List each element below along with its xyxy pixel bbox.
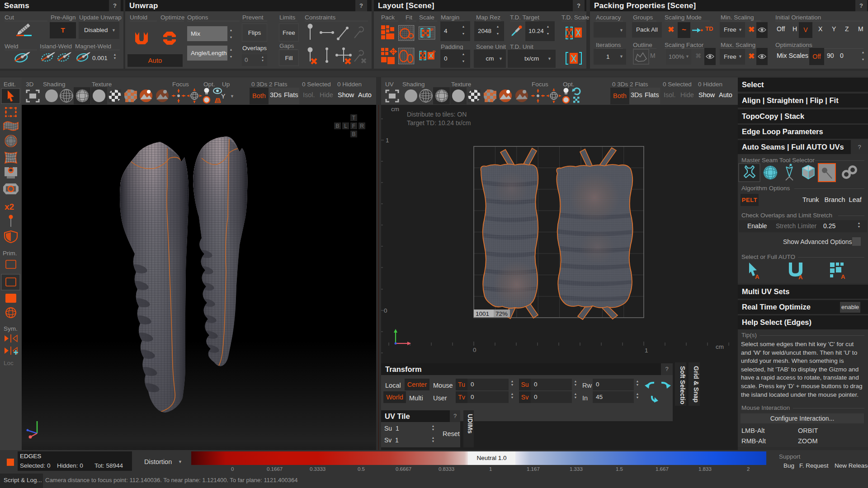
- svg-text:0: 0: [384, 307, 387, 314]
- svg-text:Prim.: Prim.: [3, 250, 17, 257]
- svg-text:B: B: [335, 123, 339, 129]
- svg-text:Edit.: Edit.: [4, 81, 16, 88]
- svg-text:Loc: Loc: [4, 360, 14, 366]
- svg-text:cm: cm: [716, 343, 724, 350]
- svg-text:B: B: [352, 131, 355, 137]
- svg-text:A: A: [798, 274, 803, 280]
- svg-text:T: T: [352, 115, 356, 121]
- svg-text:72%: 72%: [495, 310, 508, 317]
- svg-text:1001: 1001: [476, 310, 489, 317]
- svg-text:cm: cm: [391, 106, 399, 113]
- svg-text:0: 0: [473, 347, 476, 353]
- svg-text:1: 1: [645, 347, 648, 354]
- svg-text:1: 1: [386, 137, 389, 144]
- svg-text:A: A: [841, 273, 845, 280]
- svg-text:Target TD: 10.24 tx/cm: Target TD: 10.24 tx/cm: [407, 119, 471, 127]
- svg-text:L: L: [344, 123, 347, 129]
- svg-text:P: P: [430, 27, 434, 32]
- svg-text:Sym.: Sym.: [4, 325, 18, 332]
- svg-text:x2: x2: [5, 202, 14, 211]
- svg-text:F: F: [352, 123, 355, 129]
- svg-text:A: A: [755, 273, 760, 280]
- svg-text:Distribute to tiles: ON: Distribute to tiles: ON: [407, 111, 467, 118]
- svg-text:R: R: [360, 123, 364, 129]
